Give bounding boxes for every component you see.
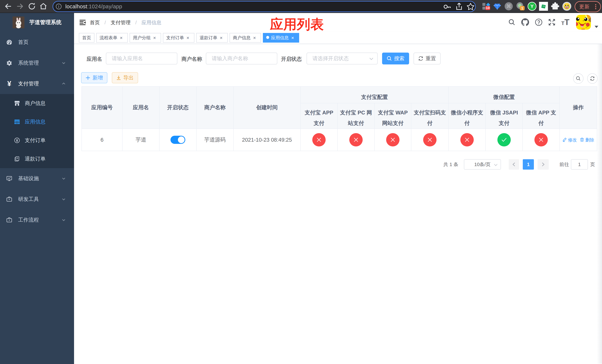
svg-text:10: 10 bbox=[486, 6, 490, 10]
svg-text:1: 1 bbox=[521, 6, 523, 10]
svg-text:⌘: ⌘ bbox=[506, 3, 511, 9]
svg-text:Y: Y bbox=[530, 3, 534, 9]
